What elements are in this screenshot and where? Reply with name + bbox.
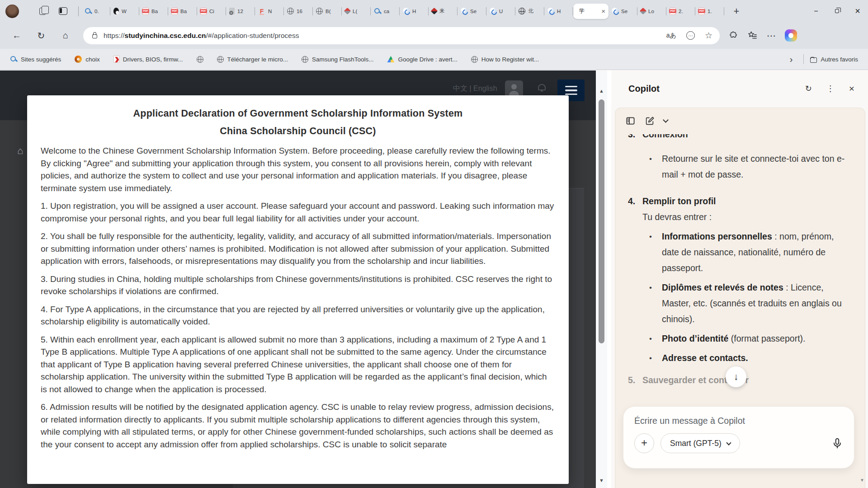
- browser-tab[interactable]: U: [486, 4, 515, 19]
- model-selector[interactable]: Smart (GPT-5): [660, 433, 740, 453]
- browser-tab[interactable]: 16: [284, 4, 313, 19]
- list-item: • Retourne sur le site et connecte-toi a…: [628, 151, 852, 183]
- notifications-bell-icon[interactable]: [538, 84, 546, 90]
- scroll-down-icon[interactable]: ▼: [599, 477, 604, 483]
- breadcrumb-home-icon[interactable]: ⌂: [17, 145, 23, 157]
- lock-icon: [92, 34, 97, 38]
- tab-favicon: [403, 8, 410, 14]
- tab-title: 北: [528, 8, 541, 14]
- restore-button[interactable]: [826, 0, 847, 22]
- other-favorites-button[interactable]: Autres favoris: [810, 56, 858, 63]
- copilot-icon[interactable]: [785, 29, 797, 42]
- scrolled-step-heading: 3.Connexion: [628, 134, 852, 141]
- chevron-down-icon[interactable]: [663, 117, 669, 123]
- tab-close-icon[interactable]: ×: [601, 7, 605, 15]
- tab-strip: 0. W Ba Ba Ci: [81, 0, 724, 22]
- page-scrollbar[interactable]: ▲ ▼: [596, 70, 607, 488]
- browser-tab[interactable]: W: [110, 4, 139, 19]
- declaration-paragraph: 6. Admission results will be notified by…: [41, 401, 555, 450]
- settings-more-icon[interactable]: ⋯: [767, 28, 776, 43]
- bookmark-item[interactable]: Télécharger le micro...: [217, 56, 288, 63]
- copilot-title: Copilot: [628, 84, 660, 94]
- browser-window: 0. W Ba Ba Ci: [0, 0, 868, 488]
- bookmarks-overflow-chevron[interactable]: ›: [785, 54, 797, 65]
- tab-favicon: [142, 8, 149, 15]
- browser-tab[interactable]: N: [255, 4, 284, 19]
- favorites-collections-icon[interactable]: [747, 30, 758, 41]
- tab-title: ca: [384, 9, 396, 14]
- browser-tab[interactable]: 12: [226, 4, 255, 19]
- modal-title: Applicant Declaration of Government Scho…: [41, 108, 555, 119]
- browser-tab[interactable]: 0.: [81, 4, 110, 19]
- bookmark-item[interactable]: choix: [75, 56, 100, 63]
- close-window-button[interactable]: ×: [847, 0, 868, 22]
- tab-title: Ci: [209, 9, 223, 14]
- new-chat-icon[interactable]: [645, 116, 655, 126]
- list-item: • Informations personnelles : nom, préno…: [628, 229, 852, 276]
- browser-tab[interactable]: 北: [515, 4, 544, 19]
- copilot-close-icon[interactable]: ×: [849, 83, 854, 94]
- sidebar-scroll-down-icon[interactable]: ▼: [860, 478, 864, 483]
- restore-icon: [835, 9, 839, 13]
- bookmark-item[interactable]: Samsung FlashTools...: [302, 56, 374, 63]
- browser-tab[interactable]: Se: [458, 4, 486, 19]
- scroll-up-icon[interactable]: ▲: [599, 88, 604, 94]
- browser-tab[interactable]: ca: [371, 4, 400, 19]
- translate-icon[interactable]: aあ: [666, 32, 676, 40]
- language-switch[interactable]: 中文 | English: [453, 84, 497, 94]
- tab-title: Lo: [648, 9, 663, 14]
- browser-tab[interactable]: Ba: [139, 4, 168, 19]
- tab-favicon: [461, 8, 467, 14]
- list-item: • Photo d’identité (format passeport).: [628, 331, 852, 347]
- browser-tab[interactable]: Se: [609, 4, 637, 19]
- reader-options-icon[interactable]: …: [686, 31, 695, 40]
- sidebar-toggle-icon[interactable]: [625, 116, 636, 126]
- browser-tab[interactable]: 学 ×: [573, 4, 609, 19]
- browser-tab[interactable]: L(: [342, 4, 371, 19]
- navigation-toolbar: ← ↻ ⌂ https://studyinchina.csc.edu.cn/#/…: [0, 22, 868, 49]
- copilot-more-icon[interactable]: ⋮: [826, 84, 835, 94]
- address-bar[interactable]: https://studyinchina.csc.edu.cn/#/applic…: [83, 27, 720, 44]
- copilot-panel: 3.Connexion • Retourne sur le site et co…: [615, 108, 865, 488]
- browser-tab[interactable]: H: [400, 4, 429, 19]
- home-icon[interactable]: ⌂: [58, 28, 73, 43]
- bookmark-item[interactable]: How to Register wit...: [471, 56, 539, 63]
- browser-tab[interactable]: H: [544, 4, 573, 19]
- bookmark-item[interactable]: [197, 56, 203, 63]
- tab-title: 12: [237, 9, 252, 14]
- browser-tab[interactable]: Ci: [197, 4, 226, 19]
- minimize-button[interactable]: −: [806, 0, 826, 22]
- favorite-star-icon[interactable]: ☆: [705, 30, 712, 41]
- browser-tab[interactable]: 1.: [695, 4, 724, 19]
- workspaces-icon[interactable]: [38, 7, 47, 16]
- attach-plus-button[interactable]: +: [634, 433, 654, 453]
- scroll-to-bottom-button[interactable]: ↓: [726, 366, 746, 387]
- browser-tab[interactable]: B(: [313, 4, 342, 19]
- browser-profile-avatar[interactable]: [5, 5, 19, 18]
- tab-favicon: [640, 8, 647, 15]
- copilot-refresh-icon[interactable]: ↻: [805, 84, 812, 94]
- extensions-puzzle-icon[interactable]: [729, 31, 738, 40]
- microphone-icon[interactable]: [831, 437, 843, 449]
- bookmark-item[interactable]: Drivers, BIOS, firmw...: [113, 56, 183, 63]
- tab-actions-icon[interactable]: [59, 7, 67, 15]
- tab-favicon: [258, 8, 265, 15]
- list-item: • Diplômes et relevés de notes : Licence…: [628, 280, 852, 327]
- new-tab-button[interactable]: +: [730, 5, 743, 18]
- browser-tab[interactable]: Lo: [637, 4, 666, 19]
- scrollbar-thumb[interactable]: [599, 99, 604, 343]
- tab-title: 2.: [679, 9, 692, 14]
- tab-title: 来: [439, 8, 454, 14]
- browser-tab[interactable]: 2.: [666, 4, 695, 19]
- refresh-icon[interactable]: ↻: [33, 28, 49, 43]
- back-icon[interactable]: ←: [9, 28, 24, 43]
- list-item: • Adresse et contacts.: [628, 350, 852, 366]
- tab-favicon: [287, 8, 294, 14]
- message-input[interactable]: [634, 416, 843, 426]
- browser-tab[interactable]: 来: [429, 4, 458, 19]
- bookmark-item[interactable]: Google Drive : avert...: [387, 56, 457, 63]
- tab-title: 16: [297, 9, 310, 14]
- browser-tab[interactable]: Ba: [168, 4, 197, 19]
- bookmark-item[interactable]: Sites suggérés: [10, 56, 61, 63]
- url-text[interactable]: https://studyinchina.csc.edu.cn/#/applic…: [104, 32, 299, 40]
